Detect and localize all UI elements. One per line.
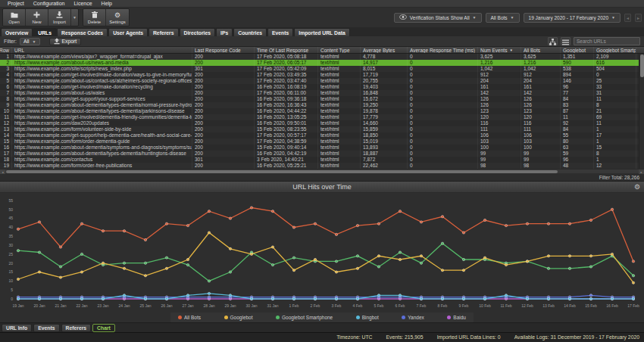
table-row[interactable]: 18https://www.example.com/contactus3013 … [0, 157, 644, 163]
chart-area: 051015202530354045505519 Jan20 Jan21 Jan… [0, 193, 644, 322]
date-prev-button[interactable]: ◂ [624, 14, 631, 22]
table-row[interactable]: 17https://www.example.com/about-dementia… [0, 151, 644, 157]
column-header-average-bytes[interactable]: Average Bytes [361, 47, 408, 53]
settings-button[interactable]: ⚙Settings [106, 9, 129, 26]
list-view-button[interactable] [561, 37, 571, 45]
cell: 0 [594, 72, 636, 78]
cell: 0 [408, 163, 478, 169]
legend-googlebot[interactable]: Googlebot [224, 315, 253, 320]
cell: 894 [561, 72, 594, 78]
table-row[interactable]: 4https://www.example.com/get-involved/ma… [0, 72, 644, 78]
tab-response-codes[interactable]: Response Codes [57, 28, 108, 36]
column-header-row[interactable]: Row [0, 47, 12, 53]
verification-status-dropdown[interactable]: Verification Status Show All ▼ [394, 13, 482, 23]
svg-text:20 Jan: 20 Jan [33, 303, 45, 308]
tab-referers[interactable]: Referers [148, 28, 179, 36]
column-header-last-response-code[interactable]: Last Response Code [192, 47, 255, 53]
table-row[interactable]: 14https://www.example.com/get-support/he… [0, 132, 644, 138]
tree-view-button[interactable] [548, 37, 558, 45]
menu-licence[interactable]: Licence [69, 0, 96, 8]
url-cell: https://www.example.com/get-involved/mak… [12, 72, 192, 78]
legend-yandex[interactable]: Yandex [402, 315, 424, 320]
tab-imported-url-data[interactable]: Imported URL Data [294, 28, 349, 36]
bottom-tab-chart[interactable]: Chart [92, 324, 115, 332]
table-row[interactable]: 5https://www.example.com/about-us/contac… [0, 78, 644, 84]
bots-filter-dropdown[interactable]: All Bots ▼ [486, 13, 520, 23]
bottom-tab-events[interactable]: Events [33, 324, 59, 332]
table-row[interactable]: 1https://www.example.com/views/ajax?_wra… [0, 54, 644, 60]
svg-text:40: 40 [8, 225, 13, 229]
column-header-content-type[interactable]: Content Type [318, 47, 361, 53]
table-row[interactable]: 19https://www.example.com/form/order-fre… [0, 163, 644, 169]
table-row[interactable]: 7https://www.example.com/about-us/wales2… [0, 90, 644, 96]
new-button[interactable]: New [26, 9, 48, 26]
table-row[interactable]: 12https://www.example.com/daw2020updates… [0, 120, 644, 126]
date-next-button[interactable]: ▸ [635, 14, 642, 22]
horizontal-scrollbar-thumb[interactable] [6, 170, 558, 173]
column-header-num-events[interactable]: Num Events▼ [478, 47, 521, 53]
table-row[interactable]: 6https://www.example.com/get-involved/ma… [0, 84, 644, 90]
horizontal-scrollbar[interactable]: ◂ ▸ [0, 169, 644, 173]
tab-user-agents[interactable]: User Agents [108, 28, 148, 36]
column-header-googlebot-smartphone[interactable]: Googlebot Smartphone▼ [594, 47, 636, 53]
table-row[interactable]: 15https://www.example.com/form/order-dem… [0, 138, 644, 145]
search-input[interactable] [574, 37, 640, 45]
cell: 0 [408, 126, 478, 132]
filter-dropdown[interactable]: All ▼ [20, 38, 40, 45]
tab-events[interactable]: Events [267, 28, 293, 36]
open-button[interactable]: Open [3, 9, 26, 26]
legend-label: Baidu [453, 315, 466, 320]
table-row[interactable]: 10https://www.example.com/about-dementia… [0, 108, 644, 114]
column-header-label: Googlebot Smartphone [596, 47, 636, 53]
cell: 84 [561, 126, 594, 132]
tab-urls[interactable]: URLs [33, 28, 56, 36]
gear-icon: ⚙ [114, 11, 120, 19]
column-header-average-response-time-ms-[interactable]: Average Response Time (ms) [408, 47, 478, 53]
tab-overview[interactable]: Overview [1, 28, 33, 36]
tab-countries[interactable]: Countries [233, 28, 267, 36]
url-cell: https://www.example.com/contactus [12, 157, 192, 163]
table-row[interactable]: 2https://www.example.com/about-us/news-a… [0, 60, 644, 66]
table-row[interactable]: 16https://www.example.com/about-dementia… [0, 145, 644, 151]
column-header-all-bots[interactable]: All Bots [521, 47, 561, 53]
filter-bar-right [548, 37, 640, 45]
menu-configuration[interactable]: Configuration [29, 0, 70, 8]
table-row[interactable]: 13https://www.example.com/form/volunteer… [0, 126, 644, 132]
bottom-tab-bar: URL InfoEventsReferersChart [0, 322, 644, 332]
table-row[interactable]: 11https://www.example.com/get-involved/d… [0, 114, 644, 120]
scroll-right-arrow-icon[interactable]: ▸ [639, 169, 644, 174]
table-row[interactable]: 9https://www.example.com/about-dementia/… [0, 102, 644, 108]
legend-all-bots[interactable]: All Bots [178, 315, 201, 320]
menu-project[interactable]: Project [3, 0, 29, 8]
date-range-dropdown[interactable]: 19 January 2020 - 17 February 2020 ▼ [524, 13, 621, 23]
tab-directories[interactable]: Directories [180, 28, 216, 36]
table-row[interactable]: 8https://www.example.com/get-support/you… [0, 96, 644, 102]
column-header-googlebot[interactable]: Googlebot [561, 47, 594, 53]
import-dropdown-caret[interactable]: ▼ [71, 9, 78, 26]
cell: 106 [478, 132, 521, 138]
chart-settings-gear-icon[interactable]: ⚙ [634, 183, 640, 191]
column-header-url[interactable]: URL [12, 47, 192, 53]
menu-help[interactable]: Help [97, 0, 117, 8]
cell: 1 [0, 54, 12, 60]
legend-googlebot-smartphone[interactable]: Googlebot Smartphone [276, 315, 333, 320]
cell: 200 [192, 90, 255, 96]
cell: 116 [478, 120, 521, 126]
column-header-time-of-last-response[interactable]: Time Of Last Response [255, 47, 318, 53]
vertical-scrollbar[interactable] [639, 54, 644, 169]
cell: 17 Feb 2020, 05:42:09 [255, 66, 318, 72]
bottom-tab-url-info[interactable]: URL Info [2, 324, 32, 332]
delete-button[interactable]: Delete [83, 9, 106, 26]
export-button[interactable]: Export [49, 38, 82, 45]
cell: 3 Feb 2020, 14:40:21 [255, 157, 318, 163]
legend-baidu[interactable]: Baidu [447, 315, 466, 320]
cell: 120 [521, 114, 561, 120]
tab-ips[interactable]: IPs [216, 28, 233, 36]
bottom-tab-referers[interactable]: Referers [61, 324, 92, 332]
scroll-left-arrow-icon[interactable]: ◂ [0, 169, 5, 174]
import-button[interactable]: Import [48, 9, 71, 26]
table-row[interactable]: 3https://www.example.com/site/scripts/ne… [0, 66, 644, 72]
vertical-scrollbar-thumb[interactable] [640, 54, 644, 77]
legend-bingbot[interactable]: Bingbot [356, 315, 379, 320]
cell: 0 [408, 60, 478, 66]
